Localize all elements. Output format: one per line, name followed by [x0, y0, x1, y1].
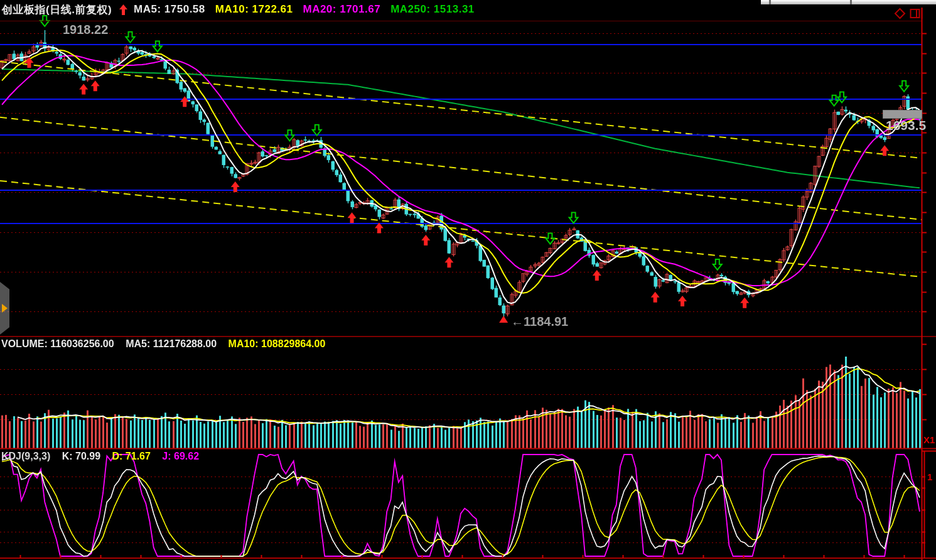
sidebar-expand-tab[interactable] — [0, 282, 9, 335]
strip-notch — [850, 0, 852, 4]
volume-ma10-value: MA10: 108829864.00 — [229, 338, 326, 349]
pane-control-icons — [894, 8, 923, 22]
instrument-title: 创业板指(日线.前复权) — [2, 3, 112, 17]
volume-ma5-value: MA5: 112176288.00 — [126, 338, 217, 349]
strip-notch — [769, 0, 771, 4]
diamond-icon[interactable] — [894, 8, 906, 22]
main-price-chart-canvas[interactable] — [0, 0, 936, 337]
period-high-label: 1918.22 — [63, 23, 108, 37]
ma20-value: MA20: 1701.67 — [303, 3, 380, 16]
volume-value: VOLUME: 116036256.00 — [1, 338, 114, 349]
kdj-pane-canvas[interactable] — [0, 450, 936, 560]
kdj-axis-value: 1 — [927, 471, 932, 482]
kdj-d-value: D: 71.67 — [112, 451, 151, 461]
last-price-label: 1693.5 — [886, 118, 926, 133]
volume-header: VOLUME: 116036256.00 MA5: 112176288.00 M… — [1, 338, 325, 350]
period-low-label: ←1184.91 — [511, 315, 568, 329]
kdj-header: KDJ(9,3,3) K: 70.99 D: 71.67 J: 69.62 — [1, 451, 199, 462]
window-edge-strip — [761, 0, 936, 4]
kdj-j-value: J: 69.62 — [162, 451, 199, 461]
up-arrow-icon — [119, 4, 127, 15]
stock-chart-app: 创业板指(日线.前复权) MA5: 1750.58 MA10: 1722.61 … — [0, 0, 936, 560]
ma250-value: MA250: 1513.31 — [390, 3, 475, 16]
volume-pane-canvas[interactable] — [0, 337, 936, 450]
x-axis-scale-label: X1 — [923, 434, 935, 445]
last-price-tag — [883, 110, 922, 119]
ma5-value: MA5: 1750.58 — [134, 3, 205, 16]
kdj-k-value: K: 70.99 — [62, 451, 100, 461]
expand-arrow-icon — [2, 304, 8, 313]
ma10-value: MA10: 1722.61 — [215, 3, 293, 16]
split-window-icon[interactable] — [910, 8, 923, 21]
kdj-name: KDJ(9,3,3) — [1, 451, 50, 461]
